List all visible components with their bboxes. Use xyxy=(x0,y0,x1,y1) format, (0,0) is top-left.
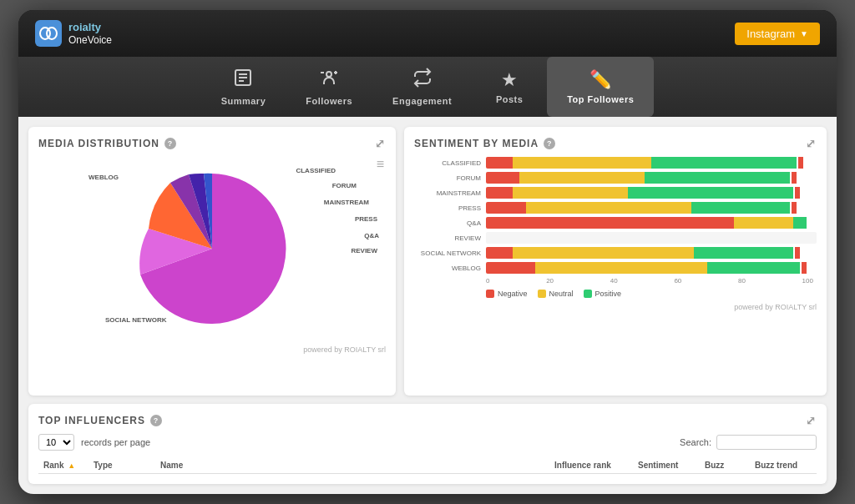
expand-icon-influencers[interactable]: ⤢ xyxy=(806,414,817,427)
col-type: Type xyxy=(89,461,155,470)
top-row: MEDIA DISTRIBUTION ? ⤢ ≡ xyxy=(28,127,827,396)
pie-label-review: REVIEW xyxy=(351,247,377,255)
search-label: Search: xyxy=(680,437,711,447)
bar-row-forum: FORUM xyxy=(414,172,817,184)
top-influencers-card: TOP INFLUENCERS ? ⤢ 10 records per page … xyxy=(28,404,827,484)
powered-label: powered by ROIALTY srl xyxy=(38,345,386,354)
axis-labels: 020406080100 xyxy=(486,277,817,285)
table-controls: 10 records per page Search: xyxy=(38,434,817,451)
pie-chart-area: WEBLOG CLASSIFIED FORUM MAINSTREAM PRESS… xyxy=(38,157,386,340)
bar-row-qa: Q&A xyxy=(414,217,817,229)
help-icon-sentiment: ? xyxy=(544,138,555,149)
pie-label-weblog: WEBLOG xyxy=(89,174,119,181)
chart-legend: Negative Neutral Positive xyxy=(486,290,817,298)
top-influencers-title: TOP INFLUENCERS ? ⤢ xyxy=(38,414,817,427)
sort-icon: ▲ xyxy=(68,461,75,470)
help-icon-influencers: ? xyxy=(150,415,162,426)
pie-label-forum: FORUM xyxy=(332,182,357,189)
legend-positive: Positive xyxy=(584,290,622,298)
help-icon: ? xyxy=(164,138,176,149)
pie-label-social: SOCIAL NETWORK xyxy=(105,316,167,324)
top-followers-icon: ✏️ xyxy=(589,69,612,91)
search-input[interactable] xyxy=(716,435,817,450)
positive-dot xyxy=(584,290,592,298)
col-name: Name xyxy=(155,461,549,470)
logo: roialty OneVoice xyxy=(35,20,112,47)
pie-label-qa: Q&A xyxy=(364,232,379,239)
table-header: Rank ▲ Type Name Influence rank Sentimen… xyxy=(38,457,817,474)
engagement-icon xyxy=(412,68,433,93)
pie-label-press: PRESS xyxy=(355,215,377,223)
neutral-dot xyxy=(538,290,546,298)
bar-row-review: REVIEW xyxy=(414,232,817,244)
legend-negative: Negative xyxy=(486,290,528,298)
followers-icon xyxy=(319,68,339,93)
bar-row-weblog: WEBLOG xyxy=(414,262,817,274)
bar-row-classified: CLASSIFIED xyxy=(414,157,817,169)
sentiment-card: SENTIMENT BY MEDIA ? ⤢ CLASSIFIED xyxy=(404,127,827,396)
nav-item-engagement[interactable]: Engagement xyxy=(372,57,472,117)
records-per-page-select[interactable]: 10 xyxy=(38,434,74,451)
pie-chart xyxy=(129,165,296,332)
svg-point-1 xyxy=(47,28,57,39)
dropdown-arrow-icon: ▼ xyxy=(800,29,808,38)
negative-dot xyxy=(486,290,494,298)
device-frame: roialty OneVoice Instagram ▼ Summary xyxy=(18,10,837,494)
expand-icon[interactable]: ⤢ xyxy=(375,137,386,150)
sentiment-title: SENTIMENT BY MEDIA ? ⤢ xyxy=(414,137,817,150)
header: roialty OneVoice Instagram ▼ xyxy=(18,10,837,57)
nav-item-summary[interactable]: Summary xyxy=(201,57,286,117)
summary-icon xyxy=(233,68,253,93)
bar-row-social: SOCIAL NETWORK xyxy=(414,247,817,259)
col-buzz: Buzz xyxy=(700,461,750,470)
logo-text: roialty OneVoice xyxy=(68,21,112,46)
col-buzz-trend: Buzz trend xyxy=(750,461,817,470)
media-distribution-card: MEDIA DISTRIBUTION ? ⤢ ≡ xyxy=(28,127,396,396)
col-sentiment: Sentiment xyxy=(633,461,700,470)
pie-label-classified: CLASSIFIED xyxy=(296,167,336,174)
expand-icon-sentiment[interactable]: ⤢ xyxy=(806,137,817,150)
posts-icon: ★ xyxy=(501,69,518,91)
col-influence: Influence rank xyxy=(549,461,633,470)
media-distribution-title: MEDIA DISTRIBUTION ? ⤢ xyxy=(38,137,386,150)
bar-chart: CLASSIFIED FORUM xyxy=(414,157,817,298)
powered-sentiment: powered by ROIALTY srl xyxy=(414,303,817,311)
nav-item-followers[interactable]: Followers xyxy=(286,57,372,117)
logo-icon xyxy=(35,20,62,47)
bar-row-mainstream: MAINSTREAM xyxy=(414,187,817,199)
search-area: Search: xyxy=(680,435,817,450)
svg-point-6 xyxy=(326,72,331,77)
nav-item-top-followers[interactable]: ✏️ Top Followers xyxy=(547,57,654,117)
main-content: MEDIA DISTRIBUTION ? ⤢ ≡ xyxy=(18,117,837,494)
bar-row-press: PRESS xyxy=(414,202,817,214)
legend-neutral: Neutral xyxy=(538,290,574,298)
navigation: Summary Followers xyxy=(18,57,837,117)
nav-item-posts[interactable]: ★ Posts xyxy=(472,57,547,117)
instagram-button[interactable]: Instagram ▼ xyxy=(735,23,820,45)
pie-label-mainstream: MAINSTREAM xyxy=(324,199,369,206)
col-rank: Rank ▲ xyxy=(38,461,89,470)
